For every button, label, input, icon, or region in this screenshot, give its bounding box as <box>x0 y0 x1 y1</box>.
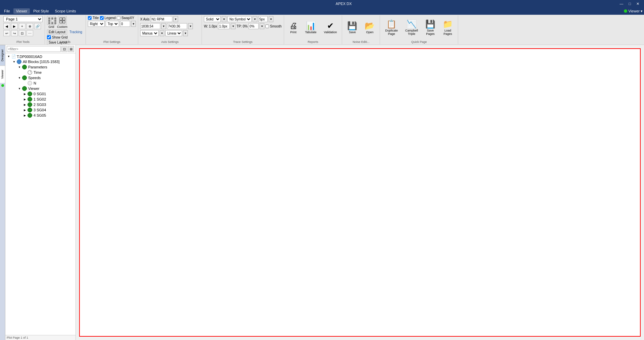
menu-plot-style[interactable]: Plot Style <box>31 8 51 14</box>
minimize-button[interactable]: — <box>618 2 625 6</box>
nav-undo-btn[interactable]: ↩ <box>3 30 10 36</box>
scale-type-select[interactable]: Linear <box>165 30 182 36</box>
allblocks-icon <box>17 59 21 64</box>
w-input[interactable] <box>218 23 230 29</box>
axis-max-input[interactable] <box>167 23 187 29</box>
sidebar-tab-viewer[interactable]: Viewer <box>0 65 5 83</box>
open-button[interactable]: 📂 Open <box>362 16 378 40</box>
symbol-select[interactable]: No Symbol <box>227 16 252 22</box>
time-icon <box>28 70 32 75</box>
menu-viewer[interactable]: Viewer <box>13 8 30 14</box>
scale-mode-dropdown[interactable]: ▼ <box>160 30 164 36</box>
nav-add-btn[interactable]: + <box>19 23 25 29</box>
close-button[interactable]: ✕ <box>634 2 641 6</box>
app-title: APEX DX <box>70 2 618 6</box>
nav-more-btn[interactable]: ⋯ <box>26 30 33 36</box>
svg-rect-2 <box>60 21 62 23</box>
svg-rect-3 <box>63 21 65 23</box>
line-style-dropdown[interactable]: ▼ <box>222 16 226 22</box>
tree-item-root[interactable]: ▼ 📄 T.DP000016AD <box>5 54 75 59</box>
tabulate-button[interactable]: 📊 Tabulate <box>302 16 320 40</box>
axis-min-stepper[interactable]: ▼ <box>161 23 166 29</box>
tree-item-n[interactable]: ▶ N <box>5 80 75 86</box>
xaxis-dropdown[interactable]: ▼ <box>173 16 178 22</box>
line-style-select[interactable]: Solid <box>204 16 221 22</box>
tree-item-speeds[interactable]: ▼ Speeds <box>5 75 75 80</box>
chevron-sg02[interactable]: ▶ <box>23 98 27 101</box>
tree-item-parameters[interactable]: ▼ Parameters <box>5 64 75 70</box>
layouts-label: Layouts <box>45 40 86 44</box>
top-select[interactable]: Top <box>106 21 119 27</box>
chevron-sg04[interactable]: ▶ <box>23 109 27 112</box>
xaxis-value-input[interactable] <box>151 16 172 22</box>
nav-redo-btn[interactable]: ↪ <box>11 30 18 36</box>
noise-edit-label: Noise Editi... <box>342 40 380 44</box>
tree-item-sg01[interactable]: ▶ 0 SG01 <box>5 91 75 97</box>
axis-max-stepper[interactable]: ▼ <box>188 23 193 29</box>
nav-link-btn[interactable]: 🔗 <box>34 23 41 29</box>
chevron-root[interactable]: ▼ <box>7 55 11 58</box>
chevron-viewer-node[interactable]: ▼ <box>17 87 21 90</box>
duplicate-page-button[interactable]: 📋 Duplicate Page <box>382 16 401 40</box>
axis-min-input[interactable] <box>140 23 160 29</box>
offset-input[interactable] <box>120 21 130 27</box>
nav-next-btn[interactable]: ▶ <box>11 23 18 29</box>
tree-label-time: Time <box>34 70 42 74</box>
chevron-sg03[interactable]: ▶ <box>23 103 27 106</box>
tp-input[interactable] <box>249 23 259 29</box>
smooth-checkbox[interactable] <box>265 24 269 28</box>
title-checkbox[interactable] <box>88 16 92 20</box>
n-icon <box>28 81 32 86</box>
ribbon: Page 1 ◀ ▶ + ⊕ 🔗 ↩ ↪ ⊡ ⋯ Plot Tools <box>0 15 644 45</box>
nav-fit-btn[interactable]: ⊡ <box>19 30 25 36</box>
save-button[interactable]: 💾 Save <box>344 16 360 40</box>
tree-item-sg03[interactable]: ▶ 2 SG03 <box>5 102 75 107</box>
legend-checkbox[interactable] <box>100 16 104 20</box>
chevron-speeds[interactable]: ▼ <box>17 76 21 79</box>
edit-layout-button[interactable]: Edit Layout <box>47 30 67 35</box>
tree-item-sg02[interactable]: ▶ 1 SG02 <box>5 97 75 102</box>
xaxis-label: X Axis <box>140 17 150 21</box>
tracking-button[interactable]: Tracking <box>68 30 84 34</box>
menu-bar: File Viewer Plot Style Scope Limits View… <box>0 7 644 15</box>
page-selector[interactable]: Page 1 <box>3 16 43 22</box>
line-size-input[interactable] <box>258 16 268 22</box>
duplicate-page-icon: 📋 <box>386 20 396 28</box>
menu-scope-limits[interactable]: Scope Limits <box>52 8 79 14</box>
nav-prev-btn[interactable]: ◀ <box>3 23 10 29</box>
viewer-badge-label[interactable]: Viewer ▾ <box>629 9 643 13</box>
nav-zoom-btn[interactable]: ⊕ <box>26 23 33 29</box>
maximize-button[interactable]: □ <box>627 2 633 6</box>
grid-button[interactable] <box>47 16 56 25</box>
tree-item-allblocks[interactable]: ▼ All Blocks [1015-1583] <box>5 59 75 64</box>
scale-type-dropdown[interactable]: ▼ <box>183 30 188 36</box>
chevron-sg05[interactable]: ▶ <box>23 114 27 117</box>
chevron-sg01[interactable]: ▶ <box>23 93 27 96</box>
scale-mode-select[interactable]: Manual <box>140 30 159 36</box>
right-select[interactable]: Right <box>88 21 105 27</box>
save-pages-button[interactable]: 💾 Save Pages <box>422 16 438 40</box>
menu-file[interactable]: File <box>1 8 13 14</box>
symbol-dropdown[interactable]: ▼ <box>253 16 257 22</box>
validation-button[interactable]: ✔ Validation <box>321 16 340 40</box>
sidebar-tab-designer[interactable]: Designer <box>0 45 5 65</box>
tree-item-viewer-node[interactable]: ▼ Viewer <box>5 86 75 91</box>
quick-page-group: 📋 Duplicate Page 📉 Campbell Triple 💾 Sav… <box>380 15 458 44</box>
tp-stepper[interactable]: ▼ <box>260 23 264 29</box>
chevron-parameters[interactable]: ▼ <box>17 66 21 69</box>
campbell-triple-label: Campbell Triple <box>405 29 418 36</box>
w-stepper[interactable]: ▼ <box>231 23 235 29</box>
load-pages-button[interactable]: 📁 Load Pages <box>440 16 456 40</box>
line-size-stepper[interactable]: ▼ <box>269 16 273 22</box>
tree-item-sg04[interactable]: ▶ 3 SG04 <box>5 107 75 113</box>
show-grid-checkbox[interactable] <box>47 35 51 39</box>
swapxy-checkbox[interactable] <box>117 16 120 20</box>
print-button[interactable]: 🖨 Print <box>286 16 301 40</box>
tree-item-time[interactable]: ▶ Time <box>5 70 75 75</box>
tree-item-sg05[interactable]: ▶ 4 SG05 <box>5 113 75 118</box>
plot-canvas[interactable] <box>79 48 641 337</box>
offset-stepper[interactable]: ▼ <box>131 21 136 27</box>
campbell-triple-button[interactable]: 📉 Campbell Triple <box>402 16 421 40</box>
custom-button[interactable] <box>58 16 67 25</box>
chevron-allblocks[interactable]: ▼ <box>12 60 16 63</box>
